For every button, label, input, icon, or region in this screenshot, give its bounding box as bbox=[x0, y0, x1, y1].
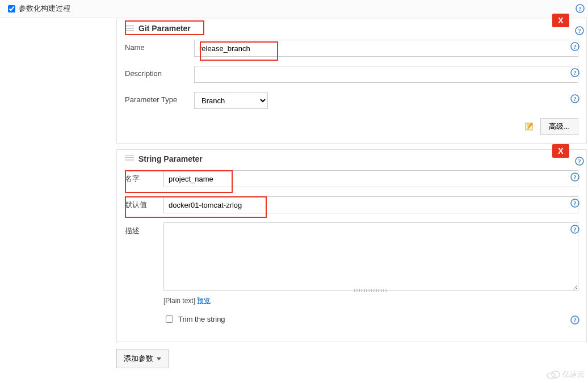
name-input[interactable] bbox=[163, 170, 578, 187]
section-title: 参数化构建过程 bbox=[19, 3, 70, 14]
delete-button[interactable]: X bbox=[552, 144, 569, 158]
help-icon[interactable]: ? bbox=[570, 94, 579, 103]
help-icon[interactable]: ? bbox=[570, 172, 579, 182]
svg-text:?: ? bbox=[573, 174, 577, 180]
section-header: 参数化构建过程 ? bbox=[0, 0, 588, 18]
add-parameter-button[interactable]: 添加参数 bbox=[116, 349, 169, 368]
trim-checkbox[interactable] bbox=[166, 315, 173, 323]
drag-handle-icon[interactable] bbox=[125, 154, 134, 163]
description-format-note: [Plain text] 预览 bbox=[163, 296, 578, 306]
help-icon[interactable]: ? bbox=[575, 26, 584, 35]
svg-text:?: ? bbox=[573, 69, 577, 76]
help-icon[interactable]: ? bbox=[570, 225, 579, 234]
default-input[interactable] bbox=[163, 196, 578, 213]
string-parameter-box: X String Parameter ? 名字 ? bbox=[116, 149, 587, 342]
left-gutter bbox=[0, 18, 116, 374]
watermark: 亿速云 bbox=[547, 369, 585, 380]
description-label: 描述 bbox=[125, 222, 157, 236]
description-textarea[interactable] bbox=[163, 222, 578, 291]
git-parameter-box: X Git Parameter ? Name ? bbox=[116, 19, 587, 144]
param-title: Git Parameter bbox=[138, 24, 191, 33]
svg-text:?: ? bbox=[578, 5, 582, 12]
name-label: Name bbox=[125, 40, 187, 52]
chevron-down-icon bbox=[157, 357, 161, 360]
svg-text:?: ? bbox=[573, 317, 577, 323]
param-title: String Parameter bbox=[138, 154, 203, 163]
parameter-type-label: Parameter Type bbox=[125, 92, 187, 104]
help-icon[interactable]: ? bbox=[570, 315, 579, 325]
svg-point-22 bbox=[552, 371, 560, 378]
add-parameter-label: 添加参数 bbox=[124, 353, 153, 364]
name-input[interactable] bbox=[194, 40, 578, 57]
parameter-type-select[interactable]: Branch bbox=[194, 92, 268, 109]
svg-text:?: ? bbox=[573, 43, 577, 50]
svg-text:?: ? bbox=[573, 200, 577, 207]
svg-text:?: ? bbox=[573, 226, 577, 233]
notepad-icon bbox=[524, 121, 535, 132]
svg-text:?: ? bbox=[578, 27, 581, 34]
watermark-text: 亿速云 bbox=[562, 369, 585, 380]
resize-handle-icon[interactable] bbox=[354, 289, 388, 292]
preview-link[interactable]: 预览 bbox=[197, 297, 211, 305]
default-label: 默认值 bbox=[125, 196, 157, 210]
advanced-button[interactable]: 高级... bbox=[540, 118, 578, 135]
help-icon[interactable]: ? bbox=[575, 157, 584, 166]
help-icon[interactable]: ? bbox=[576, 4, 585, 13]
description-label: Description bbox=[125, 66, 187, 78]
help-icon[interactable]: ? bbox=[570, 68, 579, 77]
plain-text-label: [Plain text] bbox=[163, 297, 197, 305]
trim-label: Trim the string bbox=[178, 315, 225, 323]
parametrized-build-checkbox[interactable] bbox=[8, 5, 15, 12]
svg-text:?: ? bbox=[573, 95, 577, 102]
description-input[interactable] bbox=[194, 66, 578, 83]
drag-handle-icon[interactable] bbox=[125, 24, 134, 33]
name-label: 名字 bbox=[125, 170, 157, 184]
svg-text:?: ? bbox=[578, 158, 581, 165]
help-icon[interactable]: ? bbox=[570, 42, 579, 51]
help-icon[interactable]: ? bbox=[570, 199, 579, 208]
delete-button[interactable]: X bbox=[552, 14, 569, 27]
